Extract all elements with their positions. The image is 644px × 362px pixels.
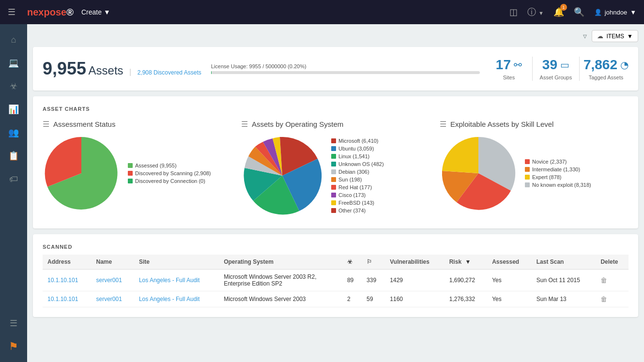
cell-os: Microsoft Windows Server 2003 R2,Enterpr… xyxy=(219,270,342,291)
user-menu[interactable]: 👤 johndoe ▼ xyxy=(594,9,636,16)
sidebar-item-policies[interactable]: 👥 xyxy=(4,123,23,142)
notifications-icon[interactable]: 🔔 1 xyxy=(553,7,564,17)
grid-icon[interactable]: ◫ xyxy=(509,7,518,17)
col-name: Name xyxy=(92,255,134,270)
table-body: 10.1.10.101 server001 Los Angeles - Full… xyxy=(43,270,629,307)
license-bar-background xyxy=(211,71,480,74)
legend-item-scanning: Discovered by Scanning (2,908) xyxy=(128,170,211,176)
groups-stat: 39 ▭ Asset Groups xyxy=(537,57,575,80)
groups-count: 39 xyxy=(542,57,557,73)
help-chevron: ▼ xyxy=(538,10,544,16)
cell-risk: 1,690,272 xyxy=(445,270,487,291)
legend-item-redhat: Red Hat (177) xyxy=(331,184,384,190)
stats-card: 9,955 Assets | 2,908 Discovered Assets L… xyxy=(33,47,638,90)
col-vuln-icon1: ☣ xyxy=(342,255,362,270)
create-button[interactable]: Create ▼ xyxy=(81,8,110,16)
cell-delete: 🗑 xyxy=(596,270,629,291)
cell-site: Los Angeles - Full Audit xyxy=(134,291,219,307)
hamburger-menu[interactable]: ☰ xyxy=(8,7,15,17)
assessment-legend: Assessed (9,955) Discovered by Scanning … xyxy=(128,163,211,186)
items-chevron-icon: ▼ xyxy=(627,33,633,40)
os-pie-chart xyxy=(241,135,323,219)
table-row: 10.1.10.101 server001 Los Angeles - Full… xyxy=(43,270,629,291)
discovered-assets-label: 2,908 Discovered Assets xyxy=(138,69,201,76)
col-os: Operating System xyxy=(219,255,342,270)
legend-item-sun: Sun (198) xyxy=(331,177,384,182)
sidebar-item-home[interactable]: ⌂ xyxy=(4,30,23,49)
sidebar-item-nexpose-logo[interactable]: ⚑ xyxy=(4,337,23,356)
filter-icon[interactable]: ▿ xyxy=(583,31,587,41)
legend-item-novice: Novice (2,337) xyxy=(525,159,591,165)
license-text: License Usage: 9955 / 5000000 (0.20%) xyxy=(211,63,480,69)
scanned-section-label: SCANNED xyxy=(43,244,629,250)
legend-dot-assessed xyxy=(128,163,133,168)
cell-address: 10.1.10.101 xyxy=(43,270,92,291)
exploitable-chart-title: Exploitable Assets by Skill Level xyxy=(450,120,553,128)
cell-vuln2: 339 xyxy=(362,270,385,291)
license-section: License Usage: 9955 / 5000000 (0.20%) xyxy=(211,63,480,74)
tagged-label: Tagged Assets xyxy=(589,75,624,80)
delete-button[interactable]: 🗑 xyxy=(600,276,607,284)
sidebar-item-tasks[interactable]: 📋 xyxy=(4,146,23,166)
sidebar-item-assets[interactable]: 💻 xyxy=(4,53,23,73)
delete-button[interactable]: 🗑 xyxy=(600,295,607,303)
col-assessed: Assessed xyxy=(487,255,532,270)
col-address: Address xyxy=(43,255,92,270)
cell-last-scan: Sun Oct 11 2015 xyxy=(532,270,596,291)
notification-badge: 1 xyxy=(560,4,567,11)
sidebar-item-list[interactable]: ☰ xyxy=(4,314,23,333)
sites-icon: ⚯ xyxy=(514,59,522,71)
cell-assessed: Yes xyxy=(487,270,532,291)
exploitable-chart-content: Novice (2,337) Intermediate (1,330) Expe… xyxy=(440,135,629,214)
tagged-icon: ◔ xyxy=(620,59,629,71)
cell-os: Microsoft Windows Server 2003 xyxy=(219,291,342,307)
charts-card: ASSET CHARTS ☰ Assessment Status xyxy=(33,96,638,228)
exploitable-chart-menu-icon[interactable]: ☰ xyxy=(440,120,446,129)
username-label: johndoe xyxy=(605,9,627,16)
legend-item-intermediate: Intermediate (1,330) xyxy=(525,166,591,172)
assets-label: Assets xyxy=(89,64,123,77)
legend-item-expert: Expert (878) xyxy=(525,174,591,180)
legend-item-debian: Debian (306) xyxy=(331,169,384,175)
cell-assessed: Yes xyxy=(487,291,532,307)
assessment-chart-content: Assessed (9,955) Discovered by Scanning … xyxy=(43,135,231,214)
col-last-scan: Last Scan xyxy=(532,255,596,270)
help-icon[interactable]: ⓘ ▼ xyxy=(527,6,544,18)
os-chart-menu-icon[interactable]: ☰ xyxy=(241,120,248,129)
scanned-card: SCANNED Address Name Site Operating Syst… xyxy=(33,234,638,317)
stat-group: 17 ⚯ Sites 39 ▭ Asset Groups xyxy=(490,57,629,81)
cell-vulnerabilities: 1160 xyxy=(385,291,444,307)
legend-dot-scanning xyxy=(128,171,133,176)
cell-vuln1: 89 xyxy=(342,270,362,291)
app-logo: nexpose® xyxy=(27,7,74,18)
sites-label: Sites xyxy=(503,75,515,80)
col-site: Site xyxy=(134,255,219,270)
legend-item-cisco: Cisco (173) xyxy=(331,192,384,198)
sidebar-item-vulnerabilities[interactable]: ☣ xyxy=(4,76,23,96)
legend-item-microsoft: Microsoft (6,410) xyxy=(331,138,384,144)
exploitable-chart: ☰ Exploitable Assets by Skill Level xyxy=(440,120,629,219)
search-icon[interactable]: 🔍 xyxy=(574,7,584,17)
assessment-chart: ☰ Assessment Status xyxy=(43,120,231,219)
asset-count-section: 9,955 Assets | 2,908 Discovered Assets xyxy=(43,59,201,79)
stat-divider-2 xyxy=(579,57,580,81)
groups-icon: ▭ xyxy=(560,59,569,71)
col-vuln-icon2: ⚐ xyxy=(362,255,385,270)
col-delete: Delete xyxy=(596,255,629,270)
assessment-chart-menu-icon[interactable]: ☰ xyxy=(43,120,49,129)
sidebar-item-reports[interactable]: 📊 xyxy=(4,100,23,119)
legend-item-assessed: Assessed (9,955) xyxy=(128,163,211,168)
items-button[interactable]: ☁ ITEMS ▼ xyxy=(592,30,638,42)
tagged-stat: 7,862 ◔ Tagged Assets xyxy=(583,57,629,80)
col-risk[interactable]: Risk ▼ xyxy=(445,255,487,270)
legend-item-no-exploit: No known exploit (8,318) xyxy=(525,182,591,188)
charts-grid: ☰ Assessment Status xyxy=(43,120,629,219)
license-bar-fill xyxy=(211,71,212,74)
sidebar-item-tags[interactable]: 🏷 xyxy=(4,169,23,189)
legend-item-freebsd: FreeBSD (143) xyxy=(331,200,384,206)
chevron-down-icon: ▼ xyxy=(104,8,110,16)
cell-last-scan: Sun Mar 13 xyxy=(532,291,596,307)
col-vulnerabilities: Vulnerabilities xyxy=(385,255,444,270)
legend-item-linux: Linux (1,541) xyxy=(331,153,384,159)
main-layout: ⌂ 💻 ☣ 📊 👥 📋 🏷 ☰ ⚑ ▿ ☁ ITEMS ▼ 9,955 Asse… xyxy=(0,24,644,362)
